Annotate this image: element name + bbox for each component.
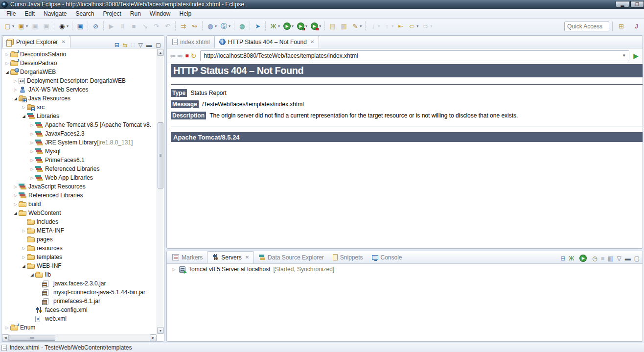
new-web-service-button[interactable]: ◍▾ — [205, 21, 218, 31]
quick-access-input[interactable] — [564, 22, 609, 31]
menu-help[interactable]: Help — [175, 9, 196, 18]
expand-arrow-icon[interactable]: ▷ — [29, 158, 35, 163]
launch-web-service-explorer-button[interactable]: ➤ — [253, 21, 263, 31]
tree-item[interactable]: ◢Libraries — [2, 112, 157, 120]
dropdown-arrow-icon[interactable]: ▾ — [391, 24, 393, 28]
tree-item[interactable]: pages — [2, 235, 157, 244]
dropdown-arrow-icon[interactable]: ▾ — [12, 24, 14, 28]
scrollbar-thumb[interactable] — [9, 335, 55, 341]
editor-tab-index-xhtml[interactable]: index.xhtml — [168, 36, 214, 48]
tree-item[interactable]: ▷Referenced Libraries — [2, 164, 157, 173]
run-last-launched-button[interactable]: ⇉ — [178, 21, 188, 31]
last-edit-location-button[interactable]: ⇤ — [395, 21, 406, 31]
dropdown-arrow-icon[interactable]: ▾ — [305, 24, 307, 28]
expand-arrow-icon[interactable]: ▷ — [29, 132, 35, 136]
tree-item[interactable]: ▷JRE System Library [jre1.8.0_131] — [2, 138, 157, 147]
tree-item[interactable]: ▷JavaScript Resources — [2, 182, 157, 191]
expand-arrow-icon[interactable]: ▷ — [29, 141, 35, 145]
tree-item[interactable]: ▷src — [2, 103, 157, 112]
expand-arrow-icon[interactable]: ▷ — [29, 149, 35, 154]
editor-tab-http-status-404-not-found[interactable]: HTTP Status 404 – Not Found✕ — [214, 36, 320, 48]
maximize-icon[interactable]: ▢ — [156, 42, 161, 48]
tab-project-explorer[interactable]: Project Explorer ✕ — [2, 36, 70, 48]
minimize-icon[interactable]: ▬ — [146, 42, 152, 48]
collapse-all-icon[interactable]: ⊟ — [560, 256, 565, 261]
scroll-right-icon[interactable]: ▶ — [150, 334, 157, 341]
stop-server-icon[interactable]: ■ — [601, 256, 604, 261]
tab-console[interactable]: Console — [368, 251, 407, 263]
scroll-left-icon[interactable]: ◀ — [2, 334, 9, 341]
tree-item[interactable]: ▷Apache Tomcat v8.5 [Apache Tomcat v8. — [2, 120, 157, 129]
tree-item[interactable]: ▷Referenced Libraries — [2, 191, 157, 200]
dropdown-arrow-icon[interactable]: ▾ — [26, 24, 28, 28]
tree-item[interactable]: primefaces-6.1.jar — [2, 297, 157, 305]
expand-arrow-icon[interactable]: ▷ — [29, 167, 35, 171]
expand-arrow-icon[interactable]: ▷ — [29, 176, 35, 180]
coverage-button[interactable]: ▶▾ — [296, 21, 308, 31]
focus-on-active-task-icon[interactable]: ∷ — [131, 42, 135, 48]
dropdown-arrow-icon[interactable]: ▾ — [319, 24, 321, 28]
debug-on-server-icon[interactable]: Ж — [569, 256, 574, 261]
expand-arrow-icon[interactable]: ▷ — [21, 229, 27, 233]
open-perspective-button[interactable]: ⊞ — [616, 21, 626, 31]
menu-file[interactable]: File — [2, 9, 20, 18]
tab-data-source-explorer[interactable]: Data Source Explorer — [254, 251, 328, 263]
expand-arrow-icon[interactable]: ▷ — [4, 52, 10, 57]
tree-item[interactable]: ▷build — [2, 200, 157, 209]
tree-item[interactable]: ▷Enum — [2, 323, 157, 332]
collapse-arrow-icon[interactable]: ◢ — [4, 70, 10, 74]
tree-item[interactable]: ◢WEB-INF — [2, 261, 157, 270]
skip-all-breakpoints-button[interactable]: ⊘ — [91, 21, 101, 31]
maximize-window-button[interactable]: ❐ — [630, 1, 644, 8]
menu-project[interactable]: Project — [98, 9, 125, 18]
pin-editor-button[interactable]: ✎▾ — [350, 21, 363, 31]
tree-item[interactable]: ◢Java Resources — [2, 94, 157, 103]
tab-snippets[interactable]: Snippets — [328, 251, 368, 263]
view-menu-icon[interactable]: ▽ — [617, 256, 621, 261]
scroll-down-icon[interactable]: ▼ — [157, 327, 164, 334]
tree-item[interactable]: mysql-connector-java-5.1.44-bin.jar — [2, 288, 157, 297]
expand-arrow-icon[interactable]: ▷ — [29, 123, 35, 127]
maximize-panel-icon[interactable]: ▢ — [634, 256, 640, 261]
tree-item[interactable]: ▷PrimeFaces6.1 — [2, 156, 157, 164]
tree-item[interactable]: javax.faces-2.3.0.jar — [2, 279, 157, 288]
tab-markers[interactable]: Markers — [168, 251, 207, 263]
menu-search[interactable]: Search — [71, 9, 98, 18]
expand-arrow-icon[interactable]: ▷ — [21, 246, 27, 251]
tab-servers[interactable]: Servers✕ — [207, 251, 254, 263]
minimize-window-button[interactable]: ▂ — [616, 1, 629, 8]
back-button[interactable]: ⇦▾ — [407, 21, 419, 31]
link-with-editor-icon[interactable]: ⇆ — [123, 42, 128, 48]
expand-arrow-icon[interactable]: ▷ — [4, 326, 10, 330]
tree-item[interactable]: ▷DesvioPadrao — [2, 59, 157, 68]
expand-arrow-icon[interactable]: ▷ — [12, 193, 19, 198]
menu-window[interactable]: Window — [145, 9, 175, 18]
open-task-button[interactable]: ▤ — [327, 21, 338, 31]
new-java-ee-item-button[interactable]: ▣▾ — [16, 21, 29, 31]
server-row[interactable]: ▷ Tomcat v8.5 Server at localhost [Start… — [167, 264, 643, 273]
expand-arrow-icon[interactable]: ▷ — [12, 88, 19, 92]
minimize-panel-icon[interactable]: ▬ — [625, 256, 631, 261]
profile-server-icon[interactable]: ◷ — [592, 256, 597, 261]
menu-run[interactable]: Run — [126, 9, 145, 18]
tree-item[interactable]: includes — [2, 217, 157, 226]
tree-item[interactable]: ▷JAX-WS Web Services — [2, 85, 157, 94]
tree-item[interactable]: ▷Web App Libraries — [2, 173, 157, 182]
user-account-button[interactable]: ◉▾ — [57, 21, 69, 31]
publish-icon[interactable]: ▥ — [608, 256, 613, 261]
open-resource-button[interactable]: ▥ — [339, 21, 349, 31]
tree-item[interactable]: ▷JavaxFaces2.3 — [2, 129, 157, 138]
tree-item[interactable]: web.xml — [2, 314, 157, 323]
expand-arrow-icon[interactable]: ▷ — [21, 105, 27, 110]
dropdown-arrow-icon[interactable]: ▾ — [278, 24, 280, 28]
collapse-arrow-icon[interactable]: ◢ — [21, 114, 27, 118]
menu-navigate[interactable]: Navigate — [39, 9, 71, 18]
menu-edit[interactable]: Edit — [20, 9, 39, 18]
collapse-arrow-icon[interactable]: ◢ — [21, 264, 27, 268]
dropdown-arrow-icon[interactable]: ▾ — [430, 24, 432, 28]
collapse-arrow-icon[interactable]: ◢ — [12, 96, 19, 101]
expand-arrow-icon[interactable]: ▷ — [12, 202, 19, 207]
run-button[interactable]: ▶▾ — [282, 21, 295, 31]
vertical-scrollbar[interactable]: ▲ ▼ — [157, 49, 163, 334]
remote-systems-button[interactable]: ▣ — [75, 21, 85, 31]
